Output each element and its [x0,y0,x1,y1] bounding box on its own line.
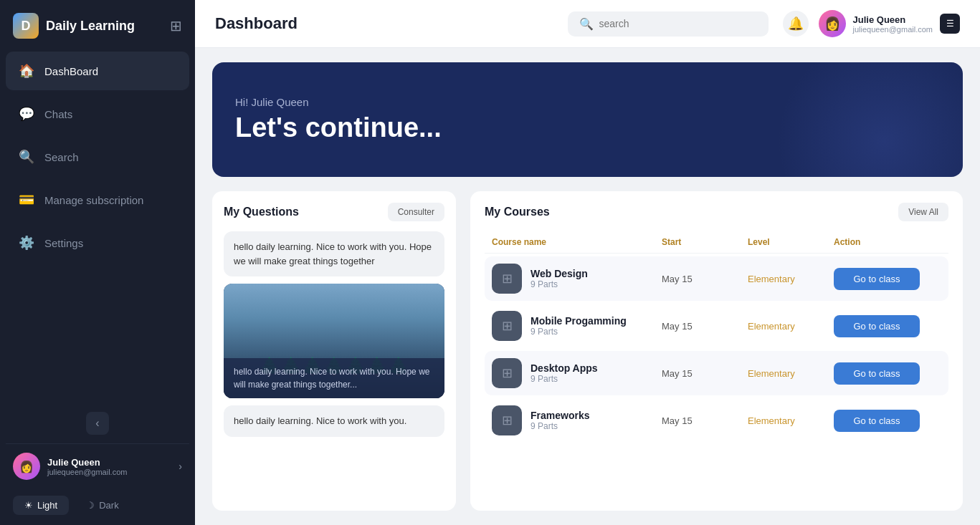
go-to-class-button[interactable]: Go to class [834,362,920,385]
sidebar-item-search[interactable]: 🔍 Search [6,138,189,176]
avatar: 👩 [819,10,846,37]
profile-menu-icon[interactable]: ☰ [940,14,960,34]
chat-bubble: hello daily learning. Nice to work with … [224,231,444,276]
sidebar: D Daily Learning ⊞ 🏠 DashBoard 💬 Chats 🔍… [0,0,195,525]
course-name-cell: ⊞ Web Design 9 Parts [492,264,662,294]
courses-panel-title: My Courses [485,206,550,218]
hero-headline: Let's continue... [235,112,940,143]
course-parts: 9 Parts [531,279,588,289]
course-name-cell: ⊞ Frameworks 9 Parts [492,405,662,435]
questions-panel: My Questions Consulter hello daily learn… [212,191,456,511]
sidebar-item-subscription[interactable]: 💳 Manage subscription [6,180,189,219]
hero-greeting: Hi! Julie Queen [235,96,940,108]
course-icon: ⊞ [492,405,522,435]
app-logo-icon: D [13,13,39,39]
hero-banner: Hi! Julie Queen Let's continue... [212,62,963,177]
subscription-icon: 💳 [19,192,34,208]
search-icon: 🔍 [579,17,594,31]
main-content: Dashboard 🔍 🔔 👩 Julie Queen juliequeen@g… [195,0,980,525]
moon-icon: ☽ [86,500,95,511]
dashboard-icon: 🏠 [19,63,34,79]
go-to-class-button[interactable]: Go to class [834,268,920,290]
course-level: Elementary [748,321,834,332]
view-all-button[interactable]: View All [898,203,948,221]
sun-icon: ☀ [24,500,33,511]
chat-bubble-image: hello daily learning. Nice to work with … [224,284,444,398]
col-action: Action [834,237,941,247]
course-name: Web Design [531,268,588,279]
table-row: ⊞ Frameworks 9 Parts May 15 Elementary G… [485,398,948,443]
go-to-class-button[interactable]: Go to class [834,315,920,337]
course-start: May 15 [662,321,748,332]
user-profile[interactable]: 👩 Julie Queen juliequeen@gmail.com ☰ [819,10,960,37]
sidebar-item-label: Search [44,151,79,163]
translate-icon[interactable]: ⊞ [170,17,182,34]
col-course-name: Course name [492,237,662,247]
course-icon: ⊞ [492,311,522,341]
sidebar-item-settings[interactable]: ⚙️ Settings [6,223,189,262]
theme-toggle: ☀ Light ☽ Dark [6,488,189,525]
profile-email: juliequeen@gmail.com [853,25,933,34]
header: Dashboard 🔍 🔔 👩 Julie Queen juliequeen@g… [195,0,980,48]
sidebar-item-label: Manage subscription [44,194,143,206]
course-name-cell: ⊞ Mobile Progamming 9 Parts [492,311,662,341]
profile-name: Julie Queen [853,14,933,25]
course-level: Elementary [748,368,834,379]
courses-panel-header: My Courses View All [485,203,948,221]
header-actions: 🔔 👩 Julie Queen juliequeen@gmail.com ☰ [783,10,960,37]
search-bar[interactable]: 🔍 [568,11,769,37]
consulter-button[interactable]: Consulter [388,203,444,221]
sidebar-user-email: juliequeen@gmail.com [47,468,171,476]
sidebar-user-arrow[interactable]: › [179,461,182,472]
notification-button[interactable]: 🔔 [783,11,809,37]
col-level: Level [748,237,834,247]
sidebar-item-label: Chats [44,108,72,120]
questions-panel-header: My Questions Consulter [224,203,444,221]
courses-list: ⊞ Web Design 9 Parts May 15 Elementary G… [485,256,948,445]
course-start: May 15 [662,274,748,284]
sidebar-item-label: Settings [44,237,83,249]
course-level: Elementary [748,415,834,426]
sidebar-logo: D Daily Learning ⊞ [6,0,189,52]
sidebar-item-label: DashBoard [44,65,98,77]
chats-icon: 💬 [19,106,34,122]
sidebar-user-name: Julie Queen [47,457,171,468]
sidebar-item-chats[interactable]: 💬 Chats [6,95,189,133]
course-parts: 9 Parts [531,421,589,431]
collapse-button[interactable]: ‹ [86,412,109,435]
course-start: May 15 [662,415,748,426]
sidebar-user[interactable]: 👩 Julie Queen juliequeen@gmail.com › [6,443,189,488]
avatar: 👩 [13,453,40,480]
course-icon: ⊞ [492,264,522,294]
course-parts: 9 Parts [531,327,627,337]
search-input[interactable] [599,18,757,29]
course-name: Mobile Progamming [531,315,627,327]
content-area: Hi! Julie Queen Let's continue... My Que… [195,48,980,525]
settings-icon: ⚙️ [19,235,34,251]
course-name: Desktop Apps [531,362,598,374]
sidebar-item-dashboard[interactable]: 🏠 DashBoard [6,52,189,90]
courses-panel: My Courses View All Course name Start Le… [470,191,963,511]
theme-dark-button[interactable]: ☽ Dark [75,496,130,515]
bottom-panels: My Questions Consulter hello daily learn… [212,191,963,511]
search-icon: 🔍 [19,149,34,165]
course-name-cell: ⊞ Desktop Apps 9 Parts [492,358,662,388]
course-name: Frameworks [531,410,589,421]
chat-image-text: hello daily learning. Nice to work with … [224,358,444,398]
theme-light-button[interactable]: ☀ Light [13,496,69,515]
table-row: ⊞ Web Design 9 Parts May 15 Elementary G… [485,256,948,301]
course-icon: ⊞ [492,358,522,388]
go-to-class-button[interactable]: Go to class [834,410,920,432]
sidebar-nav: 🏠 DashBoard 💬 Chats 🔍 Search 💳 Manage su… [6,52,189,266]
table-row: ⊞ Desktop Apps 9 Parts May 15 Elementary… [485,351,948,395]
col-start: Start [662,237,748,247]
course-start: May 15 [662,368,748,379]
courses-table-header: Course name Start Level Action [485,231,948,254]
chat-messages: hello daily learning. Nice to work with … [224,231,444,499]
course-parts: 9 Parts [531,374,598,384]
course-level: Elementary [748,274,834,284]
page-title: Dashboard [215,14,298,33]
table-row: ⊞ Mobile Progamming 9 Parts May 15 Eleme… [485,304,948,348]
questions-panel-title: My Questions [224,206,299,218]
app-name: Daily Learning [46,19,135,34]
